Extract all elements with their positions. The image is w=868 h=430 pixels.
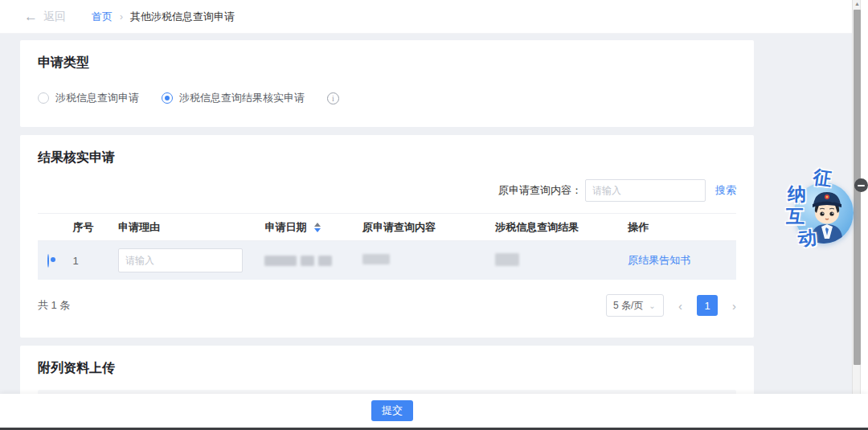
sort-desc-icon[interactable] [314, 228, 321, 232]
row-result-redacted [495, 253, 628, 268]
main-content: 申请类型 涉税信息查询申请 涉税信息查询结果核实申请 i 结果核实申请 原申请查… [20, 40, 754, 405]
row-radio-checked-icon[interactable] [47, 254, 49, 268]
table-header-row: 序号 申请理由 申请日期 原申请查询内容 涉税信息查询结果 操作 [38, 214, 736, 241]
application-type-card: 申请类型 涉税信息查询申请 涉税信息查询结果核实申请 i [20, 40, 754, 127]
search-row: 原申请查询内容： 搜索 [38, 179, 736, 202]
page-size-select[interactable]: 5 条/页 ⌄ [606, 294, 664, 317]
row-select-cell [38, 255, 72, 267]
radio-option-label: 涉税信息查询申请 [55, 91, 139, 105]
breadcrumb: 首页 › 其他涉税信息查询申请 [92, 10, 235, 24]
back-button[interactable]: ← 返回 [24, 10, 66, 24]
header-date-label: 申请日期 [264, 220, 306, 235]
redacted-date-block [264, 256, 297, 266]
original-result-notice-link[interactable]: 原结果告知书 [628, 254, 690, 266]
radio-option-label: 涉税信息查询结果核实申请 [179, 91, 305, 105]
redacted-date-block [301, 256, 314, 266]
pagination-row: 共 1 条 5 条/页 ⌄ ‹ 1 › [38, 294, 736, 317]
total-count: 共 1 条 [38, 298, 70, 313]
back-label: 返回 [43, 10, 66, 24]
header-reason: 申请理由 [118, 220, 264, 235]
page-size-value: 5 条/页 [613, 299, 643, 313]
result-verification-title: 结果核实申请 [38, 149, 736, 166]
redacted-date-block [318, 256, 332, 266]
header-original-content: 原申请查询内容 [362, 220, 495, 235]
header-date: 申请日期 [264, 220, 362, 235]
assistant-char[interactable]: 互 [786, 207, 805, 226]
redacted-result-block [495, 253, 519, 266]
application-type-title: 申请类型 [38, 55, 736, 72]
header-action: 操作 [628, 220, 736, 235]
breadcrumb-separator: › [120, 11, 123, 23]
footer-bar: 提交 [0, 394, 868, 428]
tax-assistant-widget[interactable]: 征 纳 互 动 [781, 163, 860, 253]
sort-icon[interactable] [314, 223, 321, 232]
search-label: 原申请查询内容： [498, 183, 582, 198]
topbar: ← 返回 首页 › 其他涉税信息查询申请 [0, 0, 860, 34]
row-index: 1 [72, 255, 117, 267]
row-date-redacted [264, 256, 362, 266]
radio-option-result-verification[interactable]: 涉税信息查询结果核实申请 [162, 91, 305, 105]
sort-asc-icon[interactable] [314, 223, 321, 227]
header-query-result: 涉税信息查询结果 [495, 220, 628, 235]
search-input[interactable] [585, 179, 706, 202]
result-verification-card: 结果核实申请 原申请查询内容： 搜索 序号 申请理由 申请日期 原申请查询内容 [20, 135, 754, 338]
reason-input[interactable] [118, 248, 243, 272]
attachments-title: 附列资料上传 [38, 360, 736, 377]
radio-unchecked-icon[interactable] [38, 92, 49, 104]
application-type-options: 涉税信息查询申请 涉税信息查询结果核实申请 i [38, 91, 736, 105]
header-index: 序号 [72, 220, 117, 235]
chevron-down-icon: ⌄ [649, 301, 655, 310]
collapse-widget-button[interactable] [854, 178, 868, 192]
verification-table: 序号 申请理由 申请日期 原申请查询内容 涉税信息查询结果 操作 1 [38, 213, 736, 280]
assistant-char[interactable]: 征 [813, 168, 833, 189]
submit-button[interactable]: 提交 [371, 400, 413, 421]
breadcrumb-home-link[interactable]: 首页 [92, 10, 113, 24]
prev-page-button[interactable]: ‹ [678, 300, 682, 312]
radio-option-query-application[interactable]: 涉税信息查询申请 [38, 91, 139, 105]
right-gutter [861, 0, 868, 430]
table-row[interactable]: 1 原结果告知书 [38, 241, 736, 280]
radio-checked-icon[interactable] [162, 92, 173, 104]
redacted-content-block [362, 254, 390, 264]
search-button[interactable]: 搜索 [715, 183, 736, 198]
row-action-cell: 原结果告知书 [628, 253, 736, 268]
assistant-char[interactable]: 动 [797, 228, 817, 248]
row-reason-cell [118, 248, 264, 272]
pagination-controls: 5 条/页 ⌄ ‹ 1 › [606, 294, 736, 317]
row-content-redacted [362, 254, 495, 267]
back-arrow-icon: ← [24, 10, 38, 23]
assistant-char[interactable]: 纳 [788, 185, 806, 203]
scroll-up-arrow-icon[interactable]: ▲ [854, 1, 861, 6]
info-icon[interactable]: i [327, 92, 339, 104]
page-number-button[interactable]: 1 [697, 295, 718, 316]
breadcrumb-current: 其他涉税信息查询申请 [130, 10, 235, 24]
next-page-button[interactable]: › [732, 300, 736, 312]
